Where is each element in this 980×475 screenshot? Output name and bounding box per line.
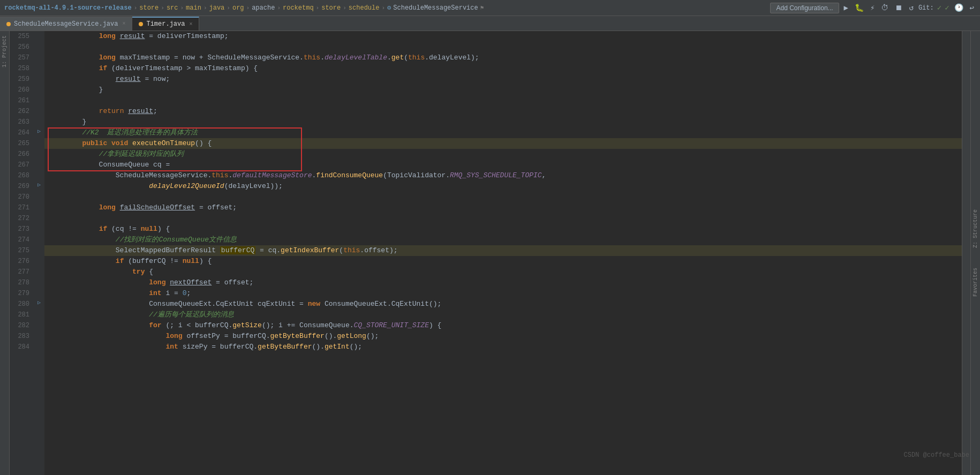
code-line-255: long result = deliverTimestamp; <box>44 31 962 42</box>
breadcrumb-rocketmq[interactable]: rocketmq <box>283 4 314 12</box>
tabs-bar: ScheduleMessageService.java × Timer.java… <box>0 16 980 31</box>
toolbar-right: Add Configuration... ▶ 🐛 ⚡ ⏱ ⏹ ↺ Git: ✓ … <box>770 3 976 13</box>
tab-schedule-service[interactable]: ScheduleMessageService.java × <box>0 17 132 31</box>
coverage-icon[interactable]: ⚡ <box>869 3 876 12</box>
tab-close-1[interactable]: × <box>122 21 125 27</box>
code-line-263: } <box>44 117 962 127</box>
breadcrumb-store2[interactable]: store <box>321 4 341 12</box>
ln-284: 284 <box>10 342 29 352</box>
ln-261: 261 <box>10 95 29 106</box>
breadcrumb-main[interactable]: main <box>186 4 201 12</box>
main-layout: 1: Project 255 256 257 258 259 260 261 2… <box>0 31 980 475</box>
arrow-265-icon: ▷ <box>37 182 41 188</box>
code-line-273: if (cq != null) { <box>44 224 962 235</box>
code-line-262: return result; <box>44 106 962 117</box>
title-bar: rocketmq-all-4.9.1-source-release › stor… <box>0 0 980 16</box>
code-line-269: delayLevel2QueueId(delayLevel)); <box>44 181 962 192</box>
ln-276: 276 <box>10 256 29 267</box>
debug-icon[interactable]: 🐛 <box>853 3 865 12</box>
ln-282: 282 <box>10 320 29 331</box>
ln-270: 270 <box>10 192 29 202</box>
arrow-257-icon: ▷ <box>37 128 41 134</box>
tab-dot-2 <box>139 22 143 26</box>
code-line-281: //遍历每个延迟队列的消息 <box>44 310 962 320</box>
code-line-256 <box>44 42 962 52</box>
arrow-275-icon: ▷ <box>37 299 41 306</box>
gutter-arrow-257[interactable]: ▷ <box>35 127 43 135</box>
ln-275: 275 <box>10 245 29 256</box>
gutter-arrow-265[interactable]: ▷ <box>35 181 43 189</box>
ln-267: 267 <box>10 160 29 170</box>
breadcrumb-project[interactable]: rocketmq-all-4.9.1-source-release <box>4 4 132 12</box>
tab-label-1: ScheduleMessageService.java <box>14 20 118 28</box>
ln-266: 266 <box>10 149 29 160</box>
ln-265: 265 <box>10 138 29 149</box>
git-check-1[interactable]: ✓ <box>937 3 941 12</box>
git-check-2[interactable]: ✓ <box>945 3 949 12</box>
tab-close-2[interactable]: × <box>189 21 192 27</box>
ln-257: 257 <box>10 52 29 63</box>
code-line-283: long offsetPy = bufferCQ.getByteBuffer()… <box>44 331 962 342</box>
ln-281: 281 <box>10 310 29 320</box>
line-numbers: 255 256 257 258 259 260 261 262 263 264 … <box>10 31 34 475</box>
stop-icon[interactable]: ⏹ <box>893 4 904 12</box>
ln-259: 259 <box>10 74 29 85</box>
code-content[interactable]: long result = deliverTimestamp; long max… <box>44 31 962 475</box>
code-line-271: long failScheduleOffset = offset; <box>44 202 962 213</box>
ln-258: 258 <box>10 63 29 74</box>
breadcrumb-apache[interactable]: apache <box>252 4 275 12</box>
code-line-284: int sizePy = bufferCQ.getByteBuffer().ge… <box>44 342 962 352</box>
code-line-282: for (; i < bufferCQ.getSize(); i += Cons… <box>44 320 962 331</box>
add-config-button[interactable]: Add Configuration... <box>770 3 839 13</box>
code-line-258: if (deliverTimestamp > maxTimestamp) { <box>44 63 962 74</box>
gutter: ▷ ▷ ▷ <box>34 31 44 475</box>
tab-label-2: Timer.java <box>146 20 185 28</box>
ln-256: 256 <box>10 42 29 52</box>
watermark: CSDN @coffee_babe <box>904 451 969 459</box>
breadcrumb-java[interactable]: java <box>209 4 225 12</box>
code-line-278: long nextOffset = offset; <box>44 277 962 288</box>
code-line-260: } <box>44 85 962 95</box>
sidebar-structure[interactable]: Z: Structure <box>971 207 979 250</box>
code-line-268: ScheduleMessageService.this.defaultMessa… <box>44 170 962 181</box>
ln-255: 255 <box>10 31 29 42</box>
code-line-272 <box>44 213 962 224</box>
breadcrumb-org[interactable]: org <box>232 4 244 12</box>
sidebar-project[interactable]: 1: Project <box>1 33 9 70</box>
code-line-274: //找到对应的ConsumeQueue文件信息 <box>44 235 962 245</box>
gutter-arrow-275[interactable]: ▷ <box>35 299 43 306</box>
ln-268: 268 <box>10 170 29 181</box>
code-line-266: //拿到延迟级别对应的队列 <box>44 149 962 160</box>
breadcrumb-schedule[interactable]: schedule <box>349 4 380 12</box>
profile-icon[interactable]: ⏱ <box>879 4 890 12</box>
ln-277: 277 <box>10 267 29 277</box>
ln-263: 263 <box>10 117 29 127</box>
tab-timer[interactable]: Timer.java × <box>132 17 199 31</box>
sidebar-favorites[interactable]: Favorites <box>971 266 979 299</box>
ln-273: 273 <box>10 224 29 235</box>
breadcrumb-classname[interactable]: ScheduleMessageService <box>393 4 478 12</box>
code-line-261 <box>44 95 962 106</box>
run-icon[interactable]: ▶ <box>842 3 850 12</box>
code-line-280: ConsumeQueueExt.CqExtUnit cqExtUnit = ne… <box>44 299 962 310</box>
code-line-276: if (bufferCQ != null) { <box>44 256 962 267</box>
breadcrumb-sep-1: › <box>134 5 138 11</box>
ln-283: 283 <box>10 331 29 342</box>
breadcrumb-class[interactable]: ⚙ <box>387 4 391 12</box>
rerun-icon[interactable]: ↺ <box>907 3 915 12</box>
breadcrumb-src[interactable]: src <box>167 4 178 12</box>
code-line-270 <box>44 192 962 202</box>
left-sidebar: 1: Project <box>0 31 10 475</box>
ln-264: 264 <box>10 127 29 138</box>
editor-area: 255 256 257 258 259 260 261 262 263 264 … <box>10 31 970 475</box>
ln-280: 280 <box>10 299 29 310</box>
right-sidebar <box>962 31 970 475</box>
git-rollback-icon[interactable]: ↩ <box>968 3 976 12</box>
code-line-275: SelectMappedBufferResult bufferCQ = cq.g… <box>44 245 962 256</box>
ln-271: 271 <box>10 202 29 213</box>
code-line-257: long maxTimestamp = now + ScheduleMessag… <box>44 52 962 63</box>
git-history-icon[interactable]: 🕐 <box>953 3 965 12</box>
code-line-267: ConsumeQueue cq = <box>44 160 962 170</box>
ln-269: 269 <box>10 181 29 192</box>
breadcrumb-store[interactable]: store <box>139 4 159 12</box>
